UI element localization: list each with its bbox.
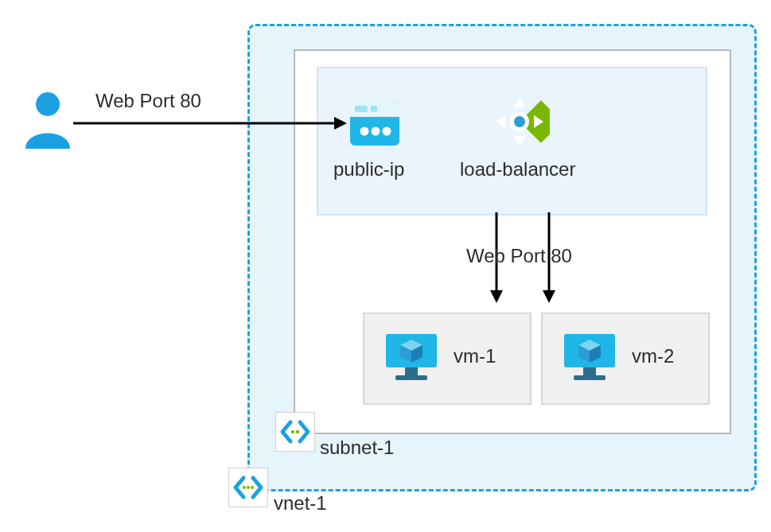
vm1-icon <box>384 332 438 382</box>
load-balancer-label: load-balancer <box>460 158 575 181</box>
svg-marker-2 <box>334 117 347 130</box>
svg-rect-23 <box>405 367 418 375</box>
svg-point-10 <box>383 127 391 136</box>
load-balancer-icon <box>489 91 550 152</box>
svg-rect-29 <box>583 367 596 375</box>
arrow-top-label: Web Port 80 <box>95 90 201 113</box>
vnet-icon <box>228 468 268 507</box>
svg-rect-7 <box>371 106 377 112</box>
svg-marker-19 <box>490 290 503 303</box>
svg-marker-14 <box>496 115 505 128</box>
svg-point-0 <box>36 92 60 116</box>
svg-marker-13 <box>513 136 526 146</box>
public-ip-label: public-ip <box>333 158 404 181</box>
svg-point-9 <box>372 127 380 136</box>
arrow-user-to-publicip <box>73 115 347 131</box>
svg-point-34 <box>291 430 294 433</box>
user-icon <box>22 90 73 149</box>
svg-point-35 <box>296 430 299 433</box>
vnet-label: vnet-1 <box>274 492 327 515</box>
svg-point-17 <box>514 116 525 127</box>
svg-rect-5 <box>350 112 399 117</box>
vm2-icon <box>563 332 617 382</box>
vm2-label: vm-2 <box>632 345 674 368</box>
subnet-label: subnet-1 <box>320 437 394 460</box>
svg-rect-30 <box>574 375 606 380</box>
svg-rect-24 <box>395 375 427 380</box>
svg-point-8 <box>360 127 369 136</box>
svg-point-37 <box>247 486 250 489</box>
vm1-label: vm-1 <box>454 345 496 368</box>
public-ip-icon <box>350 101 399 146</box>
svg-marker-21 <box>543 290 555 303</box>
arrow-mid-label: Web Port 80 <box>466 245 572 268</box>
svg-rect-6 <box>355 106 368 112</box>
diagram-canvas: Web Port 80 public-ip load-balancer <box>0 0 771 532</box>
svg-point-36 <box>243 486 246 489</box>
subnet-icon <box>275 412 315 452</box>
svg-marker-12 <box>513 98 526 107</box>
svg-point-38 <box>251 486 254 489</box>
